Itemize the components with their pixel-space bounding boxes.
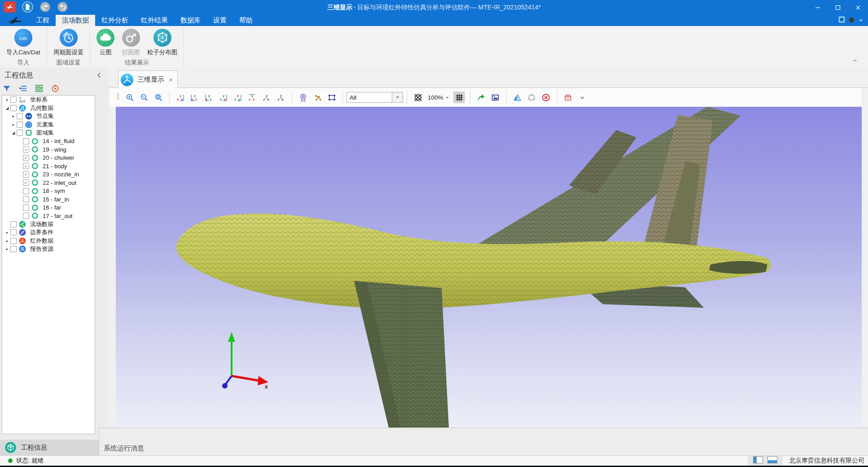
tree-checkbox[interactable]: ✓ — [23, 155, 29, 161]
tree-row[interactable]: ✓21 - body — [2, 162, 95, 170]
layout-left-panel-icon[interactable] — [753, 456, 763, 465]
zoom-in-icon[interactable] — [124, 92, 136, 103]
tree-checkbox[interactable] — [23, 213, 29, 219]
import-cas-dat-button[interactable]: cas导入Cas/Dat — [3, 28, 44, 57]
export-arrow-icon[interactable] — [475, 92, 487, 103]
tree-expander-icon[interactable]: ▸ — [10, 122, 17, 127]
tree-expander-icon[interactable]: ▸ — [4, 97, 10, 102]
grid-icon[interactable] — [453, 92, 465, 103]
particle-distribution-button[interactable]: 粒子分布图 — [144, 28, 181, 57]
maximize-button[interactable] — [828, 0, 848, 15]
tab-close-icon[interactable]: × — [169, 76, 173, 83]
window-layout-icon[interactable] — [838, 16, 845, 25]
contour-map-button[interactable]: 云图 — [93, 28, 118, 57]
filter-icon[interactable] — [2, 83, 12, 93]
tree-row[interactable]: 18 - sym — [2, 187, 95, 196]
viewport-3d[interactable]: x — [116, 107, 862, 428]
zoom-level-dropdown[interactable]: 100% — [428, 94, 449, 101]
tree-checkbox[interactable] — [17, 122, 23, 128]
tab-3d-display[interactable]: 三维显示 × — [118, 70, 178, 88]
tree-checkbox[interactable] — [23, 196, 29, 202]
view-orientation-icon[interactable]: yzx — [189, 92, 201, 103]
toolbar-drag-handle[interactable] — [116, 91, 120, 104]
tree-checkbox[interactable]: ✓ — [23, 171, 29, 178]
tree-checkbox[interactable] — [10, 238, 17, 244]
panel-collapse-icon[interactable] — [96, 72, 102, 80]
tree-checkbox[interactable] — [10, 246, 17, 252]
tree-row[interactable]: 15 - far_in — [2, 195, 95, 204]
tree-checkbox[interactable] — [17, 113, 23, 119]
view-orientation-icon[interactable]: yzx — [261, 92, 272, 103]
view-orientation-icon[interactable]: yxz — [203, 92, 215, 103]
periodic-face-settings-button[interactable]: 周期面设置 — [50, 28, 88, 57]
zoom-out-icon[interactable] — [138, 92, 150, 103]
tree-row[interactable]: ✓20 - chuiwei — [2, 154, 95, 162]
tree-row[interactable]: 14 - int_fluid — [2, 137, 95, 146]
tree-expander-icon[interactable]: ◢ — [4, 106, 10, 110]
tree-expander-icon[interactable]: ◢ — [10, 131, 17, 135]
tree-checkbox[interactable]: ✓ — [23, 179, 29, 186]
archive-icon[interactable] — [562, 92, 574, 103]
menu-item-help[interactable]: 帮助 — [233, 15, 259, 26]
menu-item-infrared-analysis[interactable]: 红外分析 — [95, 15, 135, 26]
tree-row[interactable]: ▸节点集 — [2, 112, 95, 121]
tree-checkbox[interactable] — [17, 130, 23, 136]
menu-item-flow-field-data[interactable]: 流场数据 — [56, 15, 95, 26]
project-panel-bottom-bar[interactable]: 工程信息 — [0, 440, 99, 455]
tree-expander-icon[interactable]: ▸ — [10, 114, 17, 118]
redo-icon[interactable] — [57, 1, 68, 13]
app-logo-icon[interactable] — [4, 1, 16, 13]
tree-checkbox[interactable] — [23, 138, 29, 144]
mirror-icon[interactable] — [512, 92, 523, 103]
combobox-dropdown-icon[interactable] — [392, 92, 403, 103]
tree-checkbox[interactable] — [23, 188, 29, 194]
tree-row[interactable]: ◢几何数据 — [2, 104, 95, 113]
tree-checkbox[interactable]: ✓ — [23, 146, 29, 153]
pattern-icon[interactable] — [412, 92, 424, 103]
tree-row[interactable]: ▸报告资源 — [2, 245, 95, 253]
tree-checkbox[interactable] — [10, 96, 17, 103]
menu-item-settings[interactable]: 设置 — [207, 15, 233, 26]
menu-item-database[interactable]: 数据库 — [174, 15, 207, 26]
tree-checkbox[interactable] — [10, 105, 17, 111]
tree-row[interactable]: ▸元素集 — [2, 121, 95, 129]
menu-item-infrared-results[interactable]: 红外结果 — [135, 15, 174, 26]
molecule-icon[interactable] — [311, 92, 323, 103]
tree-checkbox[interactable]: ✓ — [23, 163, 29, 169]
minimize-button[interactable] — [807, 0, 828, 15]
mesh-sphere-icon[interactable] — [526, 92, 538, 103]
tree-row[interactable]: 17 - far_out — [2, 212, 95, 220]
tree-checkbox[interactable] — [10, 221, 17, 227]
chevron-down-icon[interactable] — [858, 17, 864, 25]
view-orientation-icon[interactable]: yzx — [218, 92, 229, 103]
undo-icon[interactable] — [39, 1, 51, 13]
chevron-down-icon[interactable] — [577, 92, 588, 103]
account-icon[interactable] — [849, 17, 855, 25]
tree-row[interactable]: ✓23 - nozzle_in — [2, 170, 95, 179]
display-filter-combobox[interactable]: All — [346, 92, 392, 103]
layout-bottom-panel-icon[interactable] — [767, 456, 777, 465]
close-button[interactable] — [848, 0, 868, 15]
list-filter-icon[interactable] — [18, 83, 28, 93]
tree-row[interactable]: ✓19 - wing — [2, 145, 95, 154]
tree-checkbox[interactable] — [23, 205, 29, 211]
camera-icon[interactable] — [297, 92, 309, 103]
tree-row[interactable]: ✓22 - inlet_out — [2, 179, 95, 187]
tree-expander-icon[interactable]: ▸ — [4, 239, 10, 243]
tree-expander-icon[interactable]: ▸ — [4, 247, 10, 251]
snapshot-icon[interactable] — [490, 92, 501, 103]
tree-row[interactable]: ▸红外数据 — [2, 237, 95, 245]
tree-row[interactable]: ▸边界条件 — [2, 228, 95, 237]
tree-checkbox[interactable] — [10, 229, 17, 236]
grid-view-icon[interactable] — [34, 83, 44, 93]
tree-row[interactable]: 流场数据 — [2, 220, 95, 229]
tree-row[interactable]: ▸YZX坐标系 — [2, 96, 95, 104]
zoom-fit-icon[interactable] — [153, 92, 164, 103]
locate-target-icon[interactable] — [50, 83, 60, 93]
view-orientation-icon[interactable]: yzx — [275, 92, 287, 103]
box-select-icon[interactable] — [326, 92, 338, 103]
view-orientation-icon[interactable]: yzx — [246, 92, 258, 103]
view-orientation-icon[interactable]: yxz — [175, 92, 186, 103]
cancel-icon[interactable] — [540, 92, 552, 103]
tree-expander-icon[interactable]: ▸ — [4, 230, 10, 235]
